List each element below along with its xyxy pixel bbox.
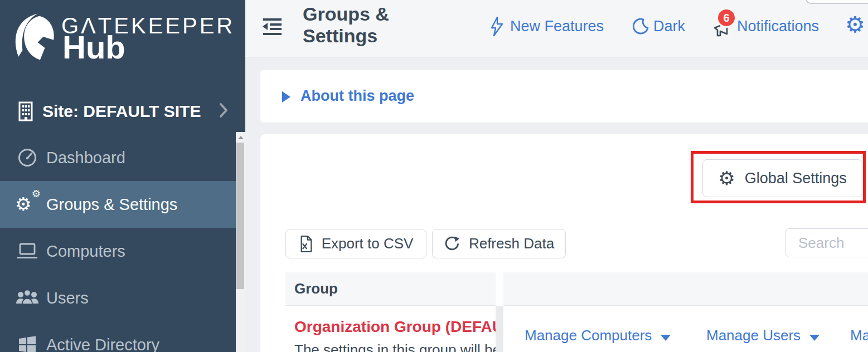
chevron-right-icon xyxy=(219,102,229,119)
group-row-description: The settings in this group will be xyxy=(294,341,496,352)
notifications-link[interactable]: Notifications xyxy=(737,18,819,35)
column-header-group[interactable]: Group xyxy=(285,272,496,306)
sidebar-item-groups-settings[interactable]: ⚙⚙ Groups & Settings xyxy=(0,181,236,228)
sidebar-item-label: Groups & Settings xyxy=(46,195,177,214)
scrollbar-thumb[interactable] xyxy=(236,143,244,289)
caret-down-icon xyxy=(661,335,671,341)
sidebar-item-active-directory[interactable]: Active Directory xyxy=(0,321,236,352)
file-export-icon xyxy=(299,235,313,253)
windows-icon xyxy=(14,336,40,352)
gatekeeper-helmet-logo-icon xyxy=(9,10,57,63)
site-selector[interactable]: Site: DEFAULT SITE xyxy=(0,98,236,125)
sidebar-item-dashboard[interactable]: Dashboard xyxy=(0,134,236,181)
dark-mode-toggle[interactable]: Dark xyxy=(653,18,685,35)
notification-badge: 6 xyxy=(716,8,736,28)
lightning-icon xyxy=(489,16,505,37)
about-panel: About this page xyxy=(260,69,868,123)
brand-sub: Hub xyxy=(62,31,125,63)
caret-down-icon xyxy=(809,335,819,341)
column-gap-body xyxy=(496,306,503,352)
new-features-link[interactable]: New Features xyxy=(510,18,604,35)
top-bar: Groups & Settings New Features Dark 6 No… xyxy=(245,0,868,57)
search-input[interactable] xyxy=(785,228,868,257)
sidebar: GΛTEKEEPER Hub Site: DEFAULT SITE xyxy=(0,0,245,352)
gear-icon: ⚙ xyxy=(718,169,735,188)
refresh-icon xyxy=(444,236,460,252)
manage-more-dropdown[interactable]: Ma xyxy=(850,327,868,344)
global-settings-button[interactable]: ⚙ Global Settings xyxy=(702,159,862,197)
column-gap xyxy=(496,272,503,306)
users-icon xyxy=(14,289,40,307)
gauge-icon xyxy=(14,147,40,168)
app-root: GΛTEKEEPER Hub Site: DEFAULT SITE xyxy=(0,0,868,352)
about-this-page-toggle[interactable]: About this page xyxy=(300,87,414,105)
page-title: Groups & Settings xyxy=(303,3,423,47)
manage-users-dropdown[interactable]: Manage Users xyxy=(706,327,819,344)
manage-computers-dropdown[interactable]: Manage Computers xyxy=(525,327,671,344)
sidebar-item-computers[interactable]: Computers xyxy=(0,228,236,275)
refresh-data-button[interactable]: Refresh Data xyxy=(432,229,566,258)
cogs-icon: ⚙⚙ xyxy=(14,193,40,216)
sidebar-scrollbar[interactable] xyxy=(236,132,245,352)
expand-caret-icon[interactable] xyxy=(282,91,290,102)
export-csv-button[interactable]: Export to CSV xyxy=(285,229,426,258)
groups-panel: ⚙ Global Settings Export to CSV xyxy=(260,134,868,352)
collapse-sidebar-icon[interactable] xyxy=(261,15,283,37)
group-row-title[interactable]: Organization Group (DEFAULT S xyxy=(294,318,496,338)
column-header-actions: Actions xyxy=(503,272,868,306)
sidebar-item-label: Dashboard xyxy=(46,149,125,167)
site-label: Site: DEFAULT SITE xyxy=(42,102,201,121)
building-icon xyxy=(18,101,33,121)
sidebar-item-users[interactable]: Users xyxy=(0,275,236,321)
moon-icon xyxy=(632,17,649,36)
settings-gear-icon[interactable]: ⚙ xyxy=(845,13,865,36)
sidebar-item-label: Computers xyxy=(46,242,125,261)
sidebar-item-label: Active Directory xyxy=(46,336,159,352)
popup-edge xyxy=(806,0,868,4)
laptop-icon xyxy=(14,242,40,260)
sidebar-item-label: Users xyxy=(46,289,89,307)
scrollbar-up-button[interactable] xyxy=(236,132,245,143)
